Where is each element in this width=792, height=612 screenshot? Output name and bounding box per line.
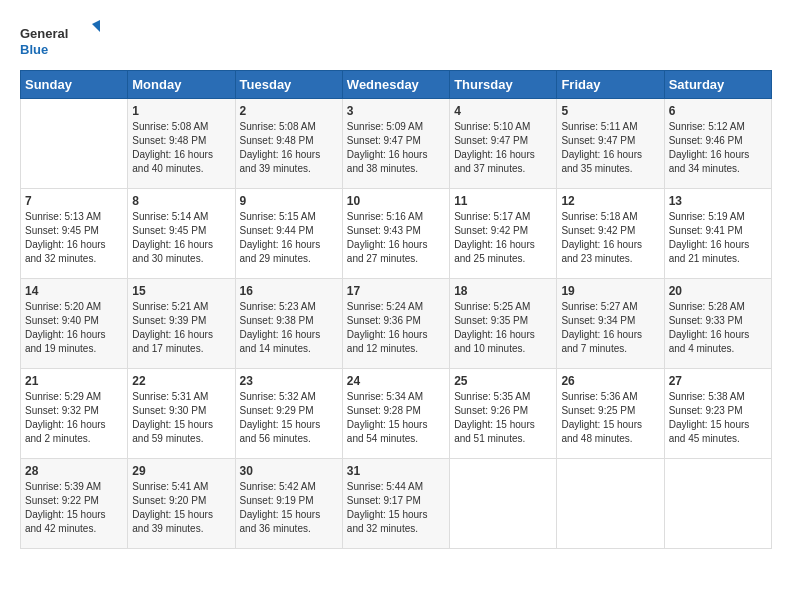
- day-info: Sunrise: 5:09 AM Sunset: 9:47 PM Dayligh…: [347, 120, 445, 176]
- calendar-week-4: 21Sunrise: 5:29 AM Sunset: 9:32 PM Dayli…: [21, 369, 772, 459]
- day-number: 16: [240, 284, 338, 298]
- day-info: Sunrise: 5:44 AM Sunset: 9:17 PM Dayligh…: [347, 480, 445, 536]
- day-number: 25: [454, 374, 552, 388]
- day-number: 12: [561, 194, 659, 208]
- weekday-header-friday: Friday: [557, 71, 664, 99]
- day-info: Sunrise: 5:28 AM Sunset: 9:33 PM Dayligh…: [669, 300, 767, 356]
- day-info: Sunrise: 5:39 AM Sunset: 9:22 PM Dayligh…: [25, 480, 123, 536]
- calendar-cell: 31Sunrise: 5:44 AM Sunset: 9:17 PM Dayli…: [342, 459, 449, 549]
- day-number: 27: [669, 374, 767, 388]
- day-info: Sunrise: 5:41 AM Sunset: 9:20 PM Dayligh…: [132, 480, 230, 536]
- day-number: 23: [240, 374, 338, 388]
- day-info: Sunrise: 5:10 AM Sunset: 9:47 PM Dayligh…: [454, 120, 552, 176]
- day-info: Sunrise: 5:29 AM Sunset: 9:32 PM Dayligh…: [25, 390, 123, 446]
- day-number: 2: [240, 104, 338, 118]
- weekday-header-tuesday: Tuesday: [235, 71, 342, 99]
- calendar-cell: 12Sunrise: 5:18 AM Sunset: 9:42 PM Dayli…: [557, 189, 664, 279]
- day-number: 5: [561, 104, 659, 118]
- day-number: 30: [240, 464, 338, 478]
- calendar-cell: [557, 459, 664, 549]
- day-info: Sunrise: 5:23 AM Sunset: 9:38 PM Dayligh…: [240, 300, 338, 356]
- calendar-cell: 15Sunrise: 5:21 AM Sunset: 9:39 PM Dayli…: [128, 279, 235, 369]
- day-info: Sunrise: 5:16 AM Sunset: 9:43 PM Dayligh…: [347, 210, 445, 266]
- day-number: 9: [240, 194, 338, 208]
- calendar-cell: 8Sunrise: 5:14 AM Sunset: 9:45 PM Daylig…: [128, 189, 235, 279]
- day-info: Sunrise: 5:14 AM Sunset: 9:45 PM Dayligh…: [132, 210, 230, 266]
- weekday-header-sunday: Sunday: [21, 71, 128, 99]
- calendar-cell: 9Sunrise: 5:15 AM Sunset: 9:44 PM Daylig…: [235, 189, 342, 279]
- calendar-cell: 26Sunrise: 5:36 AM Sunset: 9:25 PM Dayli…: [557, 369, 664, 459]
- weekday-header-saturday: Saturday: [664, 71, 771, 99]
- day-info: Sunrise: 5:20 AM Sunset: 9:40 PM Dayligh…: [25, 300, 123, 356]
- day-info: Sunrise: 5:08 AM Sunset: 9:48 PM Dayligh…: [240, 120, 338, 176]
- calendar-cell: 28Sunrise: 5:39 AM Sunset: 9:22 PM Dayli…: [21, 459, 128, 549]
- calendar-cell: 24Sunrise: 5:34 AM Sunset: 9:28 PM Dayli…: [342, 369, 449, 459]
- calendar-week-3: 14Sunrise: 5:20 AM Sunset: 9:40 PM Dayli…: [21, 279, 772, 369]
- day-info: Sunrise: 5:35 AM Sunset: 9:26 PM Dayligh…: [454, 390, 552, 446]
- day-info: Sunrise: 5:31 AM Sunset: 9:30 PM Dayligh…: [132, 390, 230, 446]
- weekday-header-wednesday: Wednesday: [342, 71, 449, 99]
- day-number: 8: [132, 194, 230, 208]
- day-number: 19: [561, 284, 659, 298]
- calendar-cell: 23Sunrise: 5:32 AM Sunset: 9:29 PM Dayli…: [235, 369, 342, 459]
- day-number: 20: [669, 284, 767, 298]
- day-info: Sunrise: 5:08 AM Sunset: 9:48 PM Dayligh…: [132, 120, 230, 176]
- calendar-week-1: 1Sunrise: 5:08 AM Sunset: 9:48 PM Daylig…: [21, 99, 772, 189]
- calendar-cell: 2Sunrise: 5:08 AM Sunset: 9:48 PM Daylig…: [235, 99, 342, 189]
- day-number: 22: [132, 374, 230, 388]
- day-info: Sunrise: 5:25 AM Sunset: 9:35 PM Dayligh…: [454, 300, 552, 356]
- svg-text:Blue: Blue: [20, 42, 48, 57]
- day-info: Sunrise: 5:42 AM Sunset: 9:19 PM Dayligh…: [240, 480, 338, 536]
- day-info: Sunrise: 5:15 AM Sunset: 9:44 PM Dayligh…: [240, 210, 338, 266]
- day-number: 13: [669, 194, 767, 208]
- page-header: General Blue: [20, 20, 772, 60]
- logo: General Blue: [20, 20, 100, 60]
- day-info: Sunrise: 5:27 AM Sunset: 9:34 PM Dayligh…: [561, 300, 659, 356]
- day-info: Sunrise: 5:36 AM Sunset: 9:25 PM Dayligh…: [561, 390, 659, 446]
- calendar-cell: 17Sunrise: 5:24 AM Sunset: 9:36 PM Dayli…: [342, 279, 449, 369]
- calendar-cell: [21, 99, 128, 189]
- calendar-cell: 7Sunrise: 5:13 AM Sunset: 9:45 PM Daylig…: [21, 189, 128, 279]
- calendar-table: SundayMondayTuesdayWednesdayThursdayFrid…: [20, 70, 772, 549]
- weekday-header-monday: Monday: [128, 71, 235, 99]
- day-number: 11: [454, 194, 552, 208]
- day-info: Sunrise: 5:19 AM Sunset: 9:41 PM Dayligh…: [669, 210, 767, 266]
- calendar-cell: 27Sunrise: 5:38 AM Sunset: 9:23 PM Dayli…: [664, 369, 771, 459]
- day-number: 18: [454, 284, 552, 298]
- day-info: Sunrise: 5:12 AM Sunset: 9:46 PM Dayligh…: [669, 120, 767, 176]
- calendar-cell: 10Sunrise: 5:16 AM Sunset: 9:43 PM Dayli…: [342, 189, 449, 279]
- calendar-cell: 21Sunrise: 5:29 AM Sunset: 9:32 PM Dayli…: [21, 369, 128, 459]
- day-number: 29: [132, 464, 230, 478]
- calendar-cell: [664, 459, 771, 549]
- calendar-cell: 18Sunrise: 5:25 AM Sunset: 9:35 PM Dayli…: [450, 279, 557, 369]
- day-number: 4: [454, 104, 552, 118]
- day-info: Sunrise: 5:34 AM Sunset: 9:28 PM Dayligh…: [347, 390, 445, 446]
- day-number: 28: [25, 464, 123, 478]
- day-number: 14: [25, 284, 123, 298]
- day-info: Sunrise: 5:11 AM Sunset: 9:47 PM Dayligh…: [561, 120, 659, 176]
- calendar-cell: 5Sunrise: 5:11 AM Sunset: 9:47 PM Daylig…: [557, 99, 664, 189]
- calendar-cell: 3Sunrise: 5:09 AM Sunset: 9:47 PM Daylig…: [342, 99, 449, 189]
- day-number: 3: [347, 104, 445, 118]
- day-info: Sunrise: 5:32 AM Sunset: 9:29 PM Dayligh…: [240, 390, 338, 446]
- calendar-cell: 14Sunrise: 5:20 AM Sunset: 9:40 PM Dayli…: [21, 279, 128, 369]
- calendar-cell: 20Sunrise: 5:28 AM Sunset: 9:33 PM Dayli…: [664, 279, 771, 369]
- day-number: 1: [132, 104, 230, 118]
- day-number: 17: [347, 284, 445, 298]
- calendar-cell: 30Sunrise: 5:42 AM Sunset: 9:19 PM Dayli…: [235, 459, 342, 549]
- calendar-cell: 19Sunrise: 5:27 AM Sunset: 9:34 PM Dayli…: [557, 279, 664, 369]
- calendar-cell: 13Sunrise: 5:19 AM Sunset: 9:41 PM Dayli…: [664, 189, 771, 279]
- day-number: 7: [25, 194, 123, 208]
- calendar-cell: [450, 459, 557, 549]
- calendar-week-2: 7Sunrise: 5:13 AM Sunset: 9:45 PM Daylig…: [21, 189, 772, 279]
- svg-marker-2: [92, 20, 100, 32]
- day-info: Sunrise: 5:24 AM Sunset: 9:36 PM Dayligh…: [347, 300, 445, 356]
- calendar-week-5: 28Sunrise: 5:39 AM Sunset: 9:22 PM Dayli…: [21, 459, 772, 549]
- day-info: Sunrise: 5:21 AM Sunset: 9:39 PM Dayligh…: [132, 300, 230, 356]
- calendar-cell: 25Sunrise: 5:35 AM Sunset: 9:26 PM Dayli…: [450, 369, 557, 459]
- calendar-cell: 29Sunrise: 5:41 AM Sunset: 9:20 PM Dayli…: [128, 459, 235, 549]
- calendar-cell: 16Sunrise: 5:23 AM Sunset: 9:38 PM Dayli…: [235, 279, 342, 369]
- calendar-cell: 4Sunrise: 5:10 AM Sunset: 9:47 PM Daylig…: [450, 99, 557, 189]
- day-number: 24: [347, 374, 445, 388]
- weekday-header-thursday: Thursday: [450, 71, 557, 99]
